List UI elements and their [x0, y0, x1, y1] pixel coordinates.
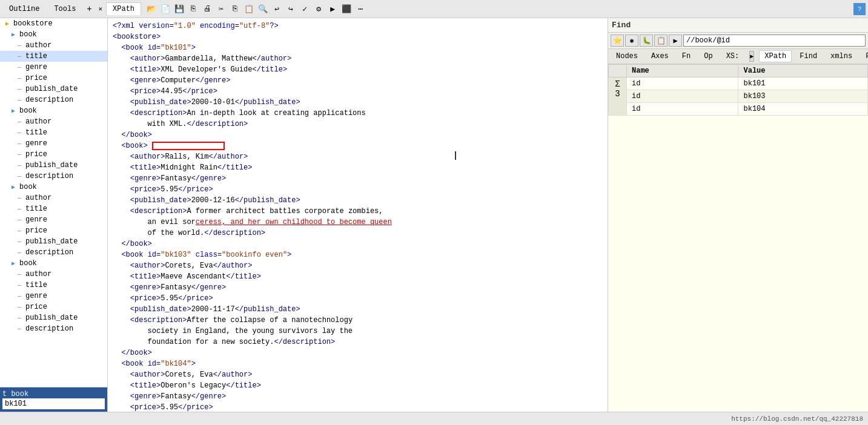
main-toolbar: Outline Tools + ✕ XPath 📂 📄 💾 ⎘ 🖨 ✂ ⎘ 📋 …: [0, 0, 868, 18]
xpath-star-btn[interactable]: ✱: [625, 35, 638, 47]
sidebar-item-desc-2[interactable]: — description: [0, 171, 107, 182]
sidebar-item-genre-1[interactable]: — genre: [0, 62, 107, 73]
sidebar-item-genre-3[interactable]: — genre: [0, 214, 107, 225]
table-row[interactable]: id bk103: [609, 90, 868, 103]
xpath-fn-tab[interactable]: Fn: [677, 50, 696, 62]
xml-line-17: <publish_date>2000-12-16</publish_date>: [113, 195, 603, 206]
sidebar-item-book-2[interactable]: ▶ book: [0, 105, 107, 116]
print-icon[interactable]: 🖨: [200, 2, 214, 16]
sidebar-item-price-3[interactable]: — price: [0, 225, 107, 236]
sidebar-item-book-1[interactable]: ▶ book: [0, 29, 107, 40]
xpath-input-wrapper: [683, 35, 866, 47]
new-icon[interactable]: 📄: [159, 2, 172, 16]
sidebar-item-genre-2[interactable]: — genre: [0, 138, 107, 149]
sidebar-item-title-1[interactable]: — title: [0, 51, 107, 62]
sidebar-item-price-2[interactable]: — price: [0, 149, 107, 160]
sidebar-item-desc-1[interactable]: — description: [0, 94, 107, 105]
sidebar-item-label: price: [25, 74, 47, 82]
sidebar-item-bookstore[interactable]: ▶ bookstore: [0, 18, 107, 29]
search-icon[interactable]: 🔍: [256, 2, 270, 16]
status-bar: https://blog.csdn.net/qq_42227818: [0, 412, 868, 425]
sidebar-item-title-4[interactable]: — title: [0, 280, 107, 291]
tab-add-button[interactable]: +: [84, 4, 94, 15]
cut-icon[interactable]: ✂: [214, 2, 228, 16]
tab-xpath[interactable]: XPath: [106, 2, 141, 15]
copy-icon[interactable]: ⎘: [228, 2, 242, 16]
sidebar-item-label: publish_date: [25, 161, 78, 170]
leaf-icon: —: [15, 237, 24, 246]
sidebar-item-label: title: [25, 128, 47, 137]
xpath-bug-btn[interactable]: 🐛: [640, 35, 653, 47]
sidebar-item-author-2[interactable]: — author: [0, 116, 107, 127]
run-icon[interactable]: ▶: [326, 2, 339, 16]
sidebar-item-publish-2[interactable]: — publish_date: [0, 160, 107, 171]
sidebar-item-label: book: [19, 107, 37, 115]
xpath-run-btn[interactable]: ▶: [669, 35, 682, 47]
table-row[interactable]: Σ3 id bk101: [609, 77, 868, 90]
save-as-icon[interactable]: ⎘: [187, 2, 200, 16]
xml-line-21: </book>: [113, 239, 603, 249]
xpath-xmlns-tab[interactable]: xmlns: [825, 50, 858, 62]
sidebar-item-author-1[interactable]: — author: [0, 40, 107, 51]
xml-editor[interactable]: <?xml version="1.0" encoding="utf-8"?> <…: [108, 18, 608, 412]
help-icon[interactable]: ?: [853, 3, 866, 15]
xpath-main-tab[interactable]: XPath: [759, 50, 792, 62]
result-value-3: bk104: [738, 103, 868, 116]
xpath-back-btn[interactable]: ⭐: [611, 35, 624, 47]
leaf-icon: —: [15, 248, 24, 257]
xpath-results-table: Name Value Σ3 id bk101 id bk103: [608, 64, 868, 116]
xpath-clip-btn[interactable]: 📋: [654, 35, 668, 47]
leaf-icon: —: [15, 204, 24, 214]
more-icon[interactable]: ⋯: [354, 2, 367, 16]
element-icon: ▶: [8, 106, 18, 116]
table-row[interactable]: id bk104: [609, 103, 868, 116]
sidebar-item-label: title: [25, 52, 47, 61]
sidebar-item-price-4[interactable]: — price: [0, 301, 107, 312]
sidebar-item-publish-1[interactable]: — publish_date: [0, 84, 107, 94]
xpath-results-area: Name Value Σ3 id bk101 id bk103: [608, 64, 868, 412]
xml-line-31: </book>: [113, 348, 603, 358]
sidebar-item-publish-3[interactable]: — publish_date: [0, 236, 107, 247]
sidebar-item-book-3[interactable]: ▶ book: [0, 182, 107, 193]
sidebar-item-desc-3[interactable]: — description: [0, 247, 107, 258]
tab-close-button[interactable]: ✕: [96, 4, 105, 14]
validate-icon[interactable]: ✓: [298, 2, 311, 16]
xslt-icon[interactable]: ⚙: [312, 2, 325, 16]
open-icon[interactable]: 📂: [145, 2, 158, 16]
xpath-xs-tab[interactable]: XS:: [721, 50, 745, 62]
sidebar-item-author-3[interactable]: — author: [0, 193, 107, 203]
xml-line-10: with XML.</description>: [113, 119, 603, 130]
xml-line-5: <title>XML Developer's Guide</title>: [113, 64, 603, 75]
xpath-nodes-tab[interactable]: Nodes: [611, 50, 643, 62]
undo-icon[interactable]: ↩: [270, 2, 283, 16]
save-icon[interactable]: 💾: [173, 2, 186, 16]
sidebar-item-genre-4[interactable]: — genre: [0, 291, 107, 301]
sidebar-item-label: title: [25, 281, 47, 289]
sidebar-item-book-4[interactable]: ▶ book: [0, 258, 107, 269]
leaf-icon: —: [15, 51, 24, 61]
sidebar-item-title-3[interactable]: — title: [0, 203, 107, 214]
sidebar-item-publish-4[interactable]: — publish_date: [0, 312, 107, 323]
xpath-evaluate-btn[interactable]: ▶: [749, 51, 754, 62]
xml-line-26: <price>5.95</price>: [113, 293, 603, 304]
xml-line-27: <publish_date>2000-11-17</publish_date>: [113, 304, 603, 315]
xml-line-18: <description>A former architect battles …: [113, 206, 603, 217]
sidebar-item-author-4[interactable]: — author: [0, 269, 107, 280]
xpath-functions-tab[interactable]: Functions: [860, 50, 868, 62]
debug-icon[interactable]: ⬛: [340, 2, 353, 16]
sidebar-item-desc-4[interactable]: — description: [0, 323, 107, 334]
sidebar-item-title-2[interactable]: — title: [0, 127, 107, 138]
redo-icon[interactable]: ↪: [284, 2, 297, 16]
leaf-icon: —: [15, 73, 24, 83]
paste-icon[interactable]: 📋: [242, 2, 256, 16]
tab-outline[interactable]: Outline: [2, 2, 46, 16]
xpath-find-tab[interactable]: Find: [794, 50, 823, 62]
xpath-axes-tab[interactable]: Axes: [646, 50, 674, 62]
xml-line-3: <book id="bk101">: [113, 42, 603, 53]
xml-line-9: <description>An in-depth look at creatin…: [113, 108, 603, 119]
xpath-op-tab[interactable]: Op: [698, 50, 718, 62]
xpath-input[interactable]: [686, 36, 863, 45]
xml-line-14: <title>Midnight Rain</title>: [113, 162, 603, 173]
sidebar-item-price-1[interactable]: — price: [0, 73, 107, 84]
tab-tools[interactable]: Tools: [47, 2, 82, 16]
